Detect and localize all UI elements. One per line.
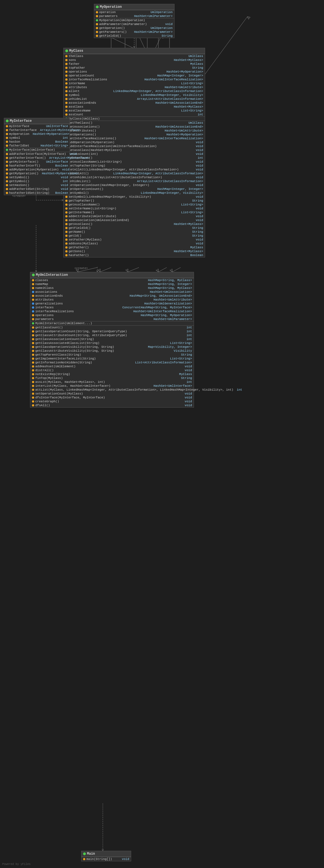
field-type: HashSet<UmlParameter> — [132, 14, 172, 18]
method-name: addParameter(UmlParameter) — [99, 23, 147, 26]
method-getop: getOperation() UmlOperation — [94, 26, 174, 30]
method-type: UmlOperation — [149, 26, 172, 30]
method-setopcount: setOperationCount(MyClass)void — [30, 392, 194, 396]
method-notexistrep: notExistRep(String)MyClass — [30, 372, 194, 376]
method-getmyop: getMyOperation()HashSet<MyOperation> — [4, 172, 70, 176]
method-getclassattcount: getClassAttributeCount(String, Attribute… — [30, 333, 194, 337]
method-unhidelist: unhideList()ArrayList<AttributeClassInfo… — [64, 179, 205, 183]
dot-orange — [96, 11, 98, 13]
method-setsymbol: setSymbol()void — [4, 176, 70, 179]
method-getassclass: getAssClass()HashSet<MyClass> — [64, 222, 205, 226]
box-main-header: Main — [82, 851, 131, 857]
method-setassclass: setassClass(HashSet<MyClass>)void — [64, 148, 205, 152]
box-myoperation-title: MyOperation — [100, 5, 122, 9]
method-dfsinterface: dfsInterface(MyInterface, MyInterface)vo… — [30, 396, 194, 400]
field-theclass: theClassUmlClass — [64, 54, 205, 58]
method-getintreals: getInterfaceRealizations()HashSet<UmlInt… — [64, 136, 205, 141]
field-assclass: assClassHashSet<MyClass> — [64, 105, 205, 109]
field-associations: associationsHashSet<UmlAssociation> — [30, 290, 194, 294]
method-hasfatheridset: hasFatherIdSet(String)Boolean — [4, 191, 70, 195]
field-fatherinterface: fatherInterfaceArrayList<MyInterface> — [4, 128, 70, 132]
field-operations: operationsHashSet<MyOperation> — [64, 70, 205, 74]
method-addmyop: addMyOperation(MyOperation)void — [4, 168, 70, 172]
method-getfieldid: getFieldId() String — [94, 34, 174, 38]
field-unhidelist: unhideListArrayList<AttributeClassInform… — [64, 97, 205, 101]
box-main: Main main(String[]) void — [81, 851, 131, 861]
diagram-container: <create> <create> MyOperation operation … — [0, 0, 324, 868]
field-namemap: nameMapHashMap<String, Integer> — [30, 282, 194, 286]
method-getmyinterface: getMyInterface()UmlInterface — [4, 160, 70, 164]
method-getfatherinterface: getFatherInterface()ArrayList<MyInterfac… — [4, 156, 70, 160]
method-getid: getId()String — [64, 234, 205, 238]
method-name: getFieldId() — [99, 34, 121, 37]
method-addop: addOperation(MyOperation)void — [64, 141, 205, 144]
svg-line-19 — [100, 268, 111, 272]
methods-section: main(String[]) void — [82, 857, 131, 861]
method-getattributes: getAttributes()HashSet<UmlAttribute> — [64, 129, 205, 133]
field-intreals: interfaceRealizationsHashSet<UmlInterfac… — [64, 78, 205, 82]
dot-orange — [96, 27, 98, 29]
method-setfather: setFather(MyClass)void — [64, 238, 205, 242]
method-gettopfather: getTopFather()String — [64, 199, 205, 203]
constructor-section: MyUmlInteraction(UmlElement...) — [30, 321, 194, 325]
field-fatheridset: fatherIdSetHashSet<String> — [4, 144, 70, 148]
dot-green — [65, 50, 68, 52]
field-myinterface: myInterfaceUmlInterface — [4, 124, 70, 128]
method-getimplinterface: getImplementInterfaceList(String)List<St… — [30, 357, 194, 361]
method-hasfatherinterf: hasFatherInterf()Boolean — [4, 164, 70, 168]
field-type: UmlOperation — [149, 10, 172, 14]
field-parameters: parameters HashSet<UmlParameter> — [94, 14, 174, 18]
method-fintop: finTop(MyClass)String — [30, 376, 194, 380]
methods-section: MyOperation(UmlOperation) addParameter(U… — [94, 18, 174, 38]
methods-section: getTheClass()UmlClass getAssociations()H… — [64, 121, 205, 257]
method-getclassassoccount: getClassAssociationCount(String)int — [30, 337, 194, 341]
field-intreals: interfaceRealizationsHashSet<UmlInterfac… — [30, 309, 194, 313]
field-operation: operation UmlOperation — [94, 10, 174, 14]
box-myclass-title: MyClass — [69, 49, 83, 53]
method-constructor: MyOperation(UmlOperation) — [94, 18, 174, 22]
method-setsymbol: setSymbol(LinkedHashMap<Integer, Visibil… — [64, 195, 205, 199]
method-main: main(String[]) void — [82, 857, 131, 861]
box-main-title: Main — [87, 852, 95, 856]
method-getclassattvis: getClassAttributeVisibility(String, Stri… — [30, 349, 194, 353]
dot-orange — [83, 858, 85, 860]
fields-section: theClassUmlClass sonsHashSet<MyClass> fa… — [64, 54, 205, 117]
method-getfather: getFather()MyClass — [64, 246, 205, 249]
constructor-myinterface: MyInterface(UmlInterface) — [4, 148, 70, 152]
field-generalizations: generalizationsHashSet<UmlGeneralization… — [30, 302, 194, 306]
dot-orange — [96, 31, 98, 33]
method-setasscount: setAssCount(int)void — [64, 152, 205, 156]
box-myumlinteraction-title: MyUmlInteraction — [36, 273, 68, 277]
field-symbol: symbolLinkedHashMap<Integer, Visibility> — [64, 93, 205, 97]
method-gettopparent: getTopParentClass(String)String — [30, 353, 194, 357]
field-assends: associationEndsHashSet<UmlAssociationEnd… — [64, 101, 205, 105]
box-myinterface: MyInterface myInterfaceUmlInterface fath… — [4, 118, 70, 195]
method-getoperations: getOperations()HashSet<MyOperation> — [64, 133, 205, 136]
dot-orange — [96, 15, 98, 17]
method-getopcount: getOperationCount()HashMap<Integer, Inte… — [64, 187, 205, 191]
constructor-myclass: MyClass(UmlClass) — [64, 117, 205, 121]
method-getparams: getParameters() HashSet<UmlParameter> — [94, 30, 174, 34]
field-name: parameters — [99, 14, 118, 18]
method-getname: getName()String — [64, 230, 205, 234]
method-setopcount: setOperationCount(HashMap<Integer, Integ… — [64, 183, 205, 187]
method-getassclassname: getAssClassName()List<String> — [64, 203, 205, 207]
svg-line-20 — [128, 268, 139, 272]
dot-orange — [96, 23, 98, 25]
box-myinterface-header: MyInterface — [4, 118, 70, 124]
box-myumlinteraction: MyUmlInteraction classesHashMap<String, … — [30, 272, 194, 408]
field-asscount: assCountint — [64, 113, 205, 117]
method-type: void — [163, 23, 172, 26]
dot-orange — [96, 35, 98, 37]
method-type: void — [120, 858, 129, 861]
method-hasfather: hasFather()Boolean — [64, 253, 205, 257]
method-setintername: setInterName(List<String>)void — [64, 207, 205, 211]
fields-section: myInterfaceUmlInterface fatherInterfaceA… — [4, 124, 70, 148]
dot-green — [83, 852, 86, 855]
method-getclasscount: getClassCount()int — [30, 326, 194, 330]
method-addhashset: addHashset(UmlElement)void — [30, 365, 194, 368]
method-getclassopcount: getClassOperationCount(String, Operation… — [30, 330, 194, 333]
field-attributes: attributesHashSet<UmlAttribute> — [30, 298, 194, 302]
method-type: HashSet<UmlParameter> — [132, 30, 172, 34]
fields-section: operation UmlOperation parameters HashSe… — [94, 10, 174, 18]
